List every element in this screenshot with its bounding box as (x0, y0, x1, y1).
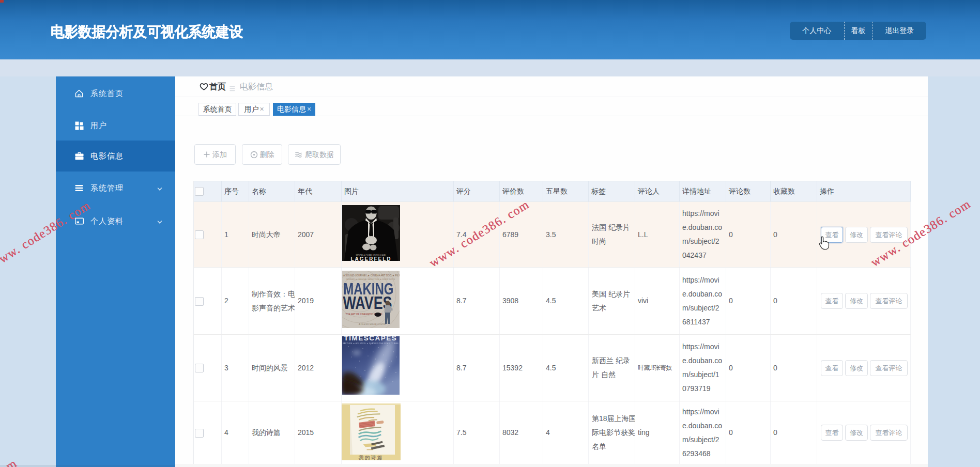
svg-text:RAPTURE ★ SOLSTICE ★ DEATH IS: RAPTURE ★ SOLSTICE ★ DEATH IS THE ROAD T… (343, 343, 399, 345)
svg-text:TIMESCAPES: TIMESCAPES (344, 336, 397, 342)
svg-text:我的诗篇: 我的诗篇 (358, 455, 384, 460)
svg-text:A FILM BY MIDGE COSTIN: A FILM BY MIDGE COSTIN (359, 323, 386, 325)
svg-text:LAGERFELD: LAGERFELD (350, 256, 391, 261)
svg-text:★ A SOUND JOURNEY ★ CINEMA ART: ★ A SOUND JOURNEY ★ CINEMA ART DOC ★ FIL… (342, 274, 400, 277)
